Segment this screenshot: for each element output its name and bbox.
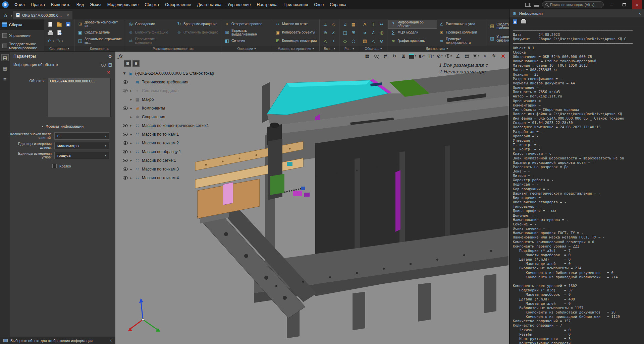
open-button[interactable] — [55, 20, 63, 28]
minimize-button[interactable]: – — [606, 0, 616, 9]
copy-objects-button[interactable]: ▣Копировать объекты — [273, 28, 318, 37]
manage-linked-drawings-button[interactable]: ▥Управление связанными ч... — [487, 32, 509, 45]
menu-file[interactable]: Файл — [11, 0, 28, 9]
menu-help[interactable]: Справка — [327, 0, 349, 9]
add-component-button[interactable]: ⊞Добавить компонент из... — [75, 20, 124, 28]
probe-button[interactable]: ⌖ — [481, 52, 489, 60]
coincidence-button[interactable]: ◎Совпадение — [126, 20, 174, 28]
zoom-area-button[interactable]: ⊞ — [399, 52, 408, 60]
home-tab-button[interactable]: ⌂ — [1, 11, 10, 19]
menu-settings[interactable]: Настройка — [254, 0, 281, 9]
display-mode-button[interactable]: ◐▾ — [418, 52, 426, 60]
object-item[interactable]: ОКБ-524А.000.000.000 С... — [50, 79, 95, 83]
move-component-button[interactable]: ⇄Переместить компонент — [126, 37, 174, 45]
group-label-array[interactable]: Массив, копирование▾ — [272, 46, 319, 51]
expander-icon[interactable]: ▸ — [129, 115, 133, 119]
visibility-eye-icon[interactable] — [123, 124, 128, 127]
mass-properties-button[interactable]: ∑МЦХ модели — [388, 28, 437, 37]
enable-fixation-button[interactable]: ⊕Включить фиксацию — [126, 28, 174, 37]
expander-icon[interactable]: ▸ — [129, 150, 133, 153]
ra-cell-button[interactable]: ⊞ — [349, 29, 358, 37]
expander-icon[interactable]: ▸ — [129, 124, 133, 127]
tree-row-coord-systems[interactable]: ▸ ⌖ Системы координат — [123, 86, 214, 95]
cancel-red-x-icon[interactable]: × — [107, 69, 110, 75]
expander-icon[interactable]: ▸ — [129, 159, 133, 162]
visibility-eye-icon[interactable] — [123, 133, 128, 136]
layers-button[interactable]: ▤ — [463, 52, 471, 60]
tree-row-array-points2[interactable]: ▸ ∷ Массив по точкам:2 — [123, 139, 214, 147]
expander-icon[interactable]: ▸ — [129, 167, 133, 171]
save-button[interactable] — [64, 20, 72, 28]
menu-strip-icon[interactable]: ≡ — [1, 76, 9, 82]
close-button[interactable]: × — [632, 0, 642, 9]
mirror-component-button[interactable]: ◫Зеркальное отражение ко... — [75, 37, 124, 45]
tree-row-array-points4[interactable]: ▸ ∷ Массив по точкам:4 — [123, 174, 214, 182]
objects-listbox[interactable]: ОКБ-524А.000.000.000 С... — [48, 78, 111, 117]
group-label-system[interactable]: Системная▾ — [44, 46, 74, 51]
aux-angle-button[interactable]: ∠ — [329, 29, 338, 37]
expander-icon[interactable]: ▸ — [129, 176, 133, 180]
visibility-eye-icon[interactable] — [123, 141, 128, 145]
visibility-eye-icon[interactable] — [123, 80, 128, 84]
visibility-eye-icon[interactable] — [123, 150, 128, 153]
group-label-aux[interactable]: Всп...▾ — [320, 46, 339, 51]
group-label-placement[interactable]: Размещение компонентов — [125, 46, 221, 51]
menu-modeling[interactable]: Моделирование — [104, 0, 142, 9]
group-label-ra[interactable]: Ра...▾ — [339, 46, 359, 51]
menu-assembly[interactable]: Сборка — [142, 0, 162, 9]
geometry-collection-button[interactable]: ⊞Коллекция геометрии — [273, 37, 318, 45]
zoom-button[interactable]: ▾ — [372, 52, 380, 60]
orientation-cube-button[interactable]: ▾ — [409, 52, 417, 60]
aux-axis-button[interactable]: ⊥ — [321, 20, 329, 28]
menu-select[interactable]: Выделить — [48, 0, 73, 9]
simple-hole-button[interactable]: ⌖Отверстие простое — [222, 20, 271, 28]
model-viewport[interactable]: ƒx ▦ ▾ ⇄ ↻ ⊞ ▾ ◐▾ ◫▾ ⊘▾ ▾ ∠ ▤ ▾ ⌖ — [115, 52, 509, 344]
tree-filter-button[interactable]: ⊞ — [132, 60, 140, 67]
print-button[interactable] — [46, 29, 54, 37]
collision-check-button[interactable]: ⊗Проверка коллизий — [437, 28, 485, 37]
format-section-header[interactable]: ▴ Формат информации — [10, 123, 115, 130]
maximize-button[interactable] — [619, 0, 629, 9]
visibility-eye-icon[interactable] — [123, 107, 128, 110]
undo-button[interactable]: ↶▾ — [46, 37, 54, 45]
collapse-icon[interactable]: ▼ — [123, 72, 126, 75]
group-label-drawing[interactable]: Чертеж, спецификация — [486, 46, 509, 51]
note-button[interactable]: ▤ — [361, 37, 369, 45]
create-part-button[interactable]: ▣Создать деталь — [75, 28, 124, 37]
tab-close-icon[interactable]: × — [67, 13, 69, 18]
edit-button[interactable]: ✎ — [490, 52, 498, 60]
status-close-icon[interactable]: × — [110, 338, 112, 343]
panel-gear-icon[interactable]: ⚙ — [108, 54, 112, 59]
hide-objects-button[interactable]: ⊘▾ — [436, 52, 444, 60]
help-icon[interactable]: ? — [101, 63, 106, 67]
menu-sketch[interactable]: Эскиз — [87, 0, 104, 9]
menu-management[interactable]: Управление — [224, 0, 254, 9]
length-units-select[interactable]: миллиметры ▾ — [54, 142, 109, 149]
tree-row-mates[interactable]: ▸ ⊚ Сопряжения — [123, 113, 214, 121]
menu-diagnostics[interactable]: Диагностика — [194, 0, 224, 9]
tree-row-tech-req[interactable]: ▤ Технические требования — [123, 78, 214, 86]
parameters-strip-icon[interactable]: ▤ — [1, 54, 9, 61]
group-label-annotations[interactable]: Обозна...▾ — [359, 46, 387, 51]
visibility-eye-icon[interactable] — [123, 159, 128, 162]
datum-button[interactable]: ◎ — [377, 29, 386, 37]
ra-diamond-button[interactable]: ◇ — [341, 37, 349, 45]
roughness-button[interactable]: △ — [369, 37, 377, 45]
disable-fixation-button[interactable]: ⊖Отключить фиксацию — [174, 28, 220, 37]
tree-row-components[interactable]: ▸ ⊞ Компоненты — [123, 104, 214, 113]
curvature-graph-button[interactable]: ≈График кривизны — [388, 37, 437, 45]
redo-button[interactable]: ↷▾ — [55, 37, 63, 45]
angle-units-select[interactable]: градусы ▾ — [54, 152, 109, 159]
section-view-button[interactable]: ◫▾ — [427, 52, 435, 60]
expander-icon[interactable]: ▸ — [129, 133, 133, 136]
text-t-button[interactable]: Т — [369, 20, 377, 28]
information-report-text[interactable]: ────────────────────────────────────────… — [509, 26, 644, 344]
visibility-eye-off-icon[interactable] — [123, 89, 128, 92]
group-label-components[interactable]: Компоненты — [74, 46, 125, 51]
info-save-icon[interactable] — [513, 19, 517, 24]
ribbon-tab-solid-modeling[interactable]: Твердотельное моделирование — [0, 41, 44, 51]
aux-target-button[interactable]: ⌖ — [329, 37, 338, 45]
app-logo-icon[interactable]: ⚙ — [2, 1, 9, 8]
group-label-operations[interactable]: Операции▾ — [221, 46, 272, 51]
distance-angle-button[interactable]: ∠Расстояние и угол — [437, 20, 485, 28]
